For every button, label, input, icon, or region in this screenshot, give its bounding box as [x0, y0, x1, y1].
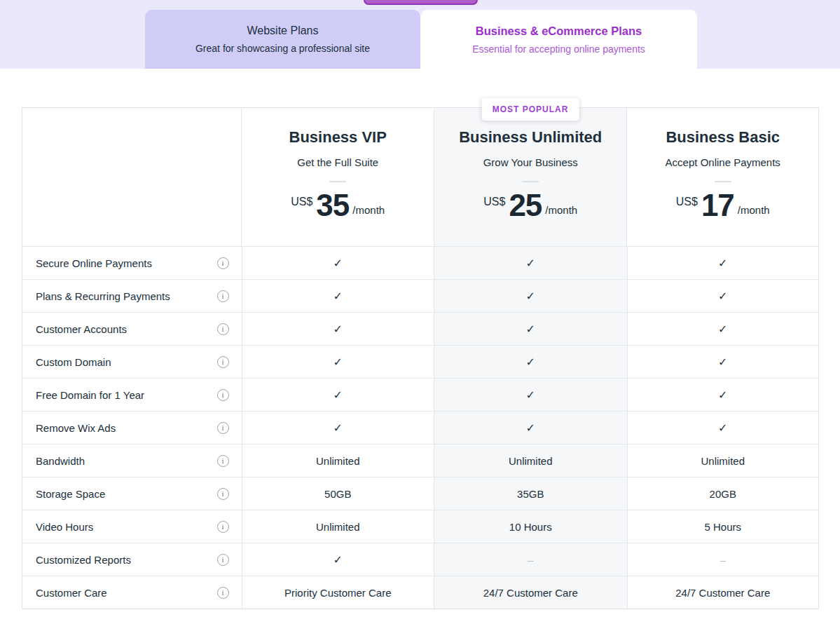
value-cell: 20GB: [627, 477, 819, 510]
value-cell: 10 Hours: [434, 510, 627, 543]
info-icon[interactable]: i: [217, 356, 229, 368]
dash-icon: –: [720, 554, 726, 566]
table-row: Video HoursiUnlimited10 Hours5 Hours: [22, 510, 818, 543]
tab-website-plans[interactable]: Website Plans Great for showcasing a pro…: [145, 10, 420, 69]
feature-value: Unlimited: [316, 455, 360, 467]
feature-label: Plans & Recurring Payments: [36, 290, 170, 302]
plan-column-business-unlimited: Business Unlimited Grow Your Business US…: [434, 108, 627, 246]
value-cell: ✓: [627, 412, 819, 444]
table-row: Customer Accountsi✓✓✓: [22, 312, 818, 345]
value-cell: Unlimited: [627, 445, 819, 477]
info-icon[interactable]: i: [217, 488, 229, 500]
tab-business-ecommerce-plans[interactable]: Business & eCommerce Plans Essential for…: [420, 10, 697, 69]
feature-label-cell: Customized Reportsi: [22, 543, 242, 576]
feature-label: Storage Space: [36, 488, 105, 500]
info-icon[interactable]: i: [217, 422, 229, 434]
value-cell: –: [627, 543, 819, 576]
check-icon: ✓: [718, 355, 727, 369]
value-cell: 35GB: [434, 477, 627, 510]
feature-value: 50GB: [324, 488, 351, 500]
check-icon: ✓: [333, 290, 343, 303]
feature-label-cell: Remove Wix Adsi: [22, 412, 242, 444]
table-row: Plans & Recurring Paymentsi✓✓✓: [22, 279, 818, 312]
feature-label-cell: Free Domain for 1 Yeari: [22, 379, 242, 411]
value-cell: –: [434, 543, 627, 576]
divider: [329, 181, 346, 182]
plans-header-row: Business VIP Get the Full Suite US$ 35 /…: [22, 108, 818, 246]
plan-price: US$ 35 /month: [291, 193, 385, 218]
info-icon[interactable]: i: [217, 257, 229, 269]
check-icon: ✓: [526, 388, 535, 402]
plan-name: Business VIP: [289, 128, 387, 147]
dash-icon: –: [528, 554, 533, 566]
table-row: BandwidthiUnlimitedUnlimitedUnlimited: [22, 444, 818, 477]
feature-value: 24/7 Customer Care: [483, 587, 578, 599]
check-icon: ✓: [526, 323, 535, 336]
price-amount: 17: [701, 193, 734, 218]
check-icon: ✓: [333, 355, 343, 369]
price-period: /month: [738, 204, 770, 216]
plan-column-business-basic: Business Basic Accept Online Payments US…: [626, 108, 818, 246]
divider: [522, 181, 539, 182]
feature-label: Customized Reports: [36, 554, 131, 566]
info-icon[interactable]: i: [217, 323, 229, 335]
value-cell: ✓: [627, 346, 819, 378]
check-icon: ✓: [333, 553, 343, 566]
feature-label: Video Hours: [36, 521, 93, 533]
plan-tagline: Accept Online Payments: [666, 156, 780, 168]
value-cell: ✓: [242, 247, 434, 279]
plan-tagline: Get the Full Suite: [297, 156, 378, 168]
check-icon: ✓: [718, 323, 727, 336]
feature-label: Remove Wix Ads: [36, 422, 116, 434]
table-row: Customized Reportsi✓––: [22, 543, 818, 576]
price-period: /month: [545, 204, 577, 216]
value-cell: 24/7 Customer Care: [434, 576, 627, 609]
feature-label-cell: Customer Carei: [22, 576, 242, 609]
empty-header-cell: [22, 108, 241, 246]
feature-label: Bandwidth: [36, 455, 85, 467]
value-cell: ✓: [434, 313, 627, 345]
value-cell: ✓: [627, 247, 819, 279]
pricing-table: Business VIP Get the Full Suite US$ 35 /…: [22, 107, 819, 609]
info-icon[interactable]: i: [217, 554, 229, 566]
value-cell: ✓: [242, 379, 434, 411]
most-popular-badge: MOST POPULAR: [482, 98, 579, 121]
value-cell: Unlimited: [242, 445, 434, 477]
info-icon[interactable]: i: [217, 521, 229, 533]
divider: [715, 181, 731, 182]
billing-toggle-pill[interactable]: [364, 0, 478, 5]
value-cell: ✓: [242, 346, 434, 378]
price-currency: US$: [291, 196, 312, 208]
value-cell: ✓: [434, 412, 627, 444]
feature-label-cell: Plans & Recurring Paymentsi: [22, 280, 242, 312]
value-cell: ✓: [242, 313, 434, 345]
value-cell: ✓: [627, 280, 819, 312]
feature-value: 5 Hours: [704, 521, 741, 533]
check-icon: ✓: [526, 290, 535, 303]
feature-value: Unlimited: [701, 455, 745, 467]
plan-name: Business Unlimited: [459, 128, 602, 147]
check-icon: ✓: [333, 388, 343, 402]
feature-label: Free Domain for 1 Year: [36, 389, 144, 401]
info-icon[interactable]: i: [217, 587, 229, 599]
feature-label-cell: Customer Accountsi: [22, 313, 242, 345]
value-cell: 50GB: [242, 477, 434, 510]
feature-label-cell: Bandwidthi: [22, 445, 242, 477]
feature-value: Priority Customer Care: [284, 587, 392, 599]
plan-type-tabs: Website Plans Great for showcasing a pro…: [145, 10, 697, 69]
table-row: Remove Wix Adsi✓✓✓: [22, 411, 818, 444]
info-icon[interactable]: i: [217, 389, 229, 401]
value-cell: Unlimited: [434, 445, 627, 477]
value-cell: ✓: [242, 543, 434, 576]
value-cell: ✓: [627, 379, 819, 411]
price-currency: US$: [676, 196, 698, 208]
plan-price: US$ 25 /month: [483, 193, 577, 218]
feature-value: Unlimited: [316, 521, 360, 533]
info-icon[interactable]: i: [217, 455, 229, 467]
feature-label-cell: Custom Domaini: [22, 346, 242, 378]
check-icon: ✓: [718, 421, 727, 435]
check-icon: ✓: [526, 355, 535, 369]
info-icon[interactable]: i: [217, 290, 229, 302]
value-cell: ✓: [434, 379, 627, 411]
table-row: Free Domain for 1 Yeari✓✓✓: [22, 378, 818, 411]
